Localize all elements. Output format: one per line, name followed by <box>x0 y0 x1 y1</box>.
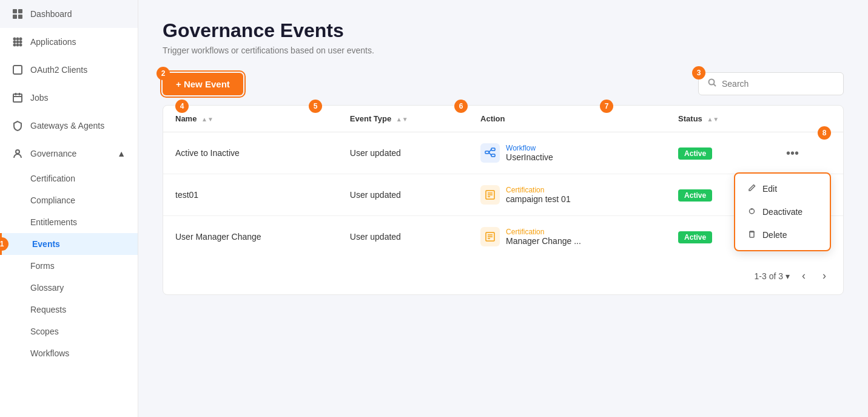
row3-action: Certification Manager Change ... <box>468 216 666 258</box>
col-status: Status ▲▼ <box>666 106 769 132</box>
calendar-icon <box>12 92 23 103</box>
context-menu-edit[interactable]: Edit <box>735 177 830 200</box>
badge-3: 3 <box>692 66 705 80</box>
svg-rect-0 <box>13 9 17 13</box>
search-icon <box>707 78 717 90</box>
svg-rect-21 <box>485 151 489 154</box>
svg-point-12 <box>19 44 22 47</box>
svg-point-10 <box>13 44 16 47</box>
sort-event-type-icon[interactable]: ▲▼ <box>396 117 408 123</box>
pencil-icon <box>747 183 756 194</box>
row1-status: Active <box>666 132 769 174</box>
col-event-type: Event Type ▲▼ <box>338 106 468 132</box>
badge-4: 4 <box>175 100 189 113</box>
apps-icon <box>12 36 23 47</box>
svg-rect-14 <box>13 94 22 102</box>
sidebar-item-applications[interactable]: Applications <box>0 28 138 56</box>
sidebar-item-compliance[interactable]: Compliance <box>0 189 138 211</box>
row3-name: User Manager Change <box>163 216 338 258</box>
svg-point-7 <box>13 41 16 44</box>
row2-name: test01 <box>163 174 338 216</box>
context-menu-delete[interactable]: Delete <box>735 223 830 246</box>
certification-icon-1 <box>480 185 500 205</box>
sidebar-item-entitlements[interactable]: Entitlements <box>0 211 138 233</box>
row2-action: Certification campaign test 01 <box>468 174 666 216</box>
sidebar-item-glossary[interactable]: Glossary <box>0 277 138 299</box>
row3-action-type: Certification <box>506 228 581 236</box>
sort-status-icon[interactable]: ▲▼ <box>707 117 719 123</box>
svg-point-19 <box>709 80 715 85</box>
svg-rect-23 <box>491 154 495 157</box>
svg-point-9 <box>19 41 22 44</box>
workflow-icon <box>480 143 500 163</box>
sidebar-item-workflows[interactable]: Workflows <box>0 342 138 364</box>
badge-5: 5 <box>309 100 322 113</box>
row2-action-label: Certification campaign test 01 <box>506 186 571 204</box>
row2-action-name: campaign test 01 <box>506 194 571 204</box>
square-icon <box>12 64 23 75</box>
badge-8: 8 <box>818 126 831 140</box>
trash-icon <box>747 229 756 240</box>
pagination-next-button[interactable]: › <box>818 267 831 285</box>
row3-action-label: Certification Manager Change ... <box>506 228 581 246</box>
sidebar-item-events[interactable]: Events1 <box>0 233 138 255</box>
sidebar: Dashboard Applications OAuth2 Clients Jo… <box>0 0 138 417</box>
sidebar-item-gateways-agents[interactable]: Gateways & Agents <box>0 112 138 140</box>
svg-rect-36 <box>750 232 754 237</box>
page-subtitle: Trigger workflows or certifications base… <box>163 46 844 55</box>
row1-event-type: User updated <box>338 132 468 174</box>
svg-line-24 <box>489 149 491 152</box>
sidebar-item-dashboard[interactable]: Dashboard <box>0 0 138 28</box>
search-input[interactable] <box>722 79 835 89</box>
chevron-up-icon: ▲ <box>117 149 126 158</box>
row2-event-type: User updated <box>338 174 468 216</box>
sort-name-icon[interactable]: ▲▼ <box>201 117 214 123</box>
chevron-down-icon[interactable]: ▾ <box>786 271 790 281</box>
col-action: Action <box>468 106 666 132</box>
badge-7: 7 <box>600 100 613 113</box>
sidebar-item-scopes[interactable]: Scopes <box>0 320 138 342</box>
sidebar-item-governance[interactable]: Governance ▲ <box>0 140 138 168</box>
sidebar-item-dashboard-label: Dashboard <box>30 9 72 19</box>
row1-action-type: Workflow <box>506 144 553 152</box>
row1-action-label: Workflow UserInactive <box>506 144 553 162</box>
col-actions-empty <box>769 106 843 132</box>
search-box <box>698 72 844 95</box>
sidebar-item-jobs[interactable]: Jobs <box>0 84 138 112</box>
svg-line-20 <box>714 84 716 87</box>
row1-more: 8 ••• <box>769 132 843 174</box>
row1-action-cell: Workflow UserInactive <box>480 143 654 163</box>
main-content: Governance Events Trigger workflows or c… <box>138 0 868 417</box>
sidebar-item-forms[interactable]: Forms <box>0 255 138 277</box>
new-event-button[interactable]: + New Event <box>163 73 243 95</box>
svg-rect-2 <box>13 15 17 19</box>
status-badge-3: Active <box>678 231 712 243</box>
svg-point-5 <box>16 38 19 41</box>
row3-event-type: User updated <box>338 216 468 258</box>
row1-name: Active to Inactive <box>163 132 338 174</box>
row3-action-cell: Certification Manager Change ... <box>480 227 654 246</box>
page-title: Governance Events <box>163 19 844 42</box>
status-badge-2: Active <box>678 189 712 202</box>
context-menu: Edit Deactivate Delete <box>734 172 831 251</box>
svg-point-6 <box>19 38 22 41</box>
table-header-row: Name ▲▼ Event Type ▲▼ Action Status ▲▼ <box>163 106 843 132</box>
sidebar-item-oauth2[interactable]: OAuth2 Clients <box>0 56 138 84</box>
sidebar-item-requests[interactable]: Requests <box>0 299 138 320</box>
svg-line-25 <box>489 152 491 155</box>
row1-more-button[interactable]: ••• <box>781 144 804 163</box>
svg-point-18 <box>16 150 19 154</box>
sidebar-item-governance-label: Governance <box>30 149 76 158</box>
governance-submenu: Certification Compliance Entitlements Ev… <box>0 168 138 364</box>
svg-rect-13 <box>13 66 22 74</box>
pagination-prev-button[interactable]: ‹ <box>797 267 810 285</box>
context-menu-deactivate[interactable]: Deactivate <box>735 200 830 223</box>
svg-point-8 <box>16 41 19 44</box>
sidebar-item-jobs-label: Jobs <box>30 93 49 103</box>
svg-point-11 <box>16 44 19 47</box>
pagination: 1-3 of 3 ▾ ‹ › <box>163 257 843 294</box>
sidebar-item-certification[interactable]: Certification <box>0 168 138 189</box>
svg-rect-22 <box>491 148 495 151</box>
toolbar: 2 + New Event 3 <box>163 72 844 95</box>
status-badge-1: Active <box>678 147 712 160</box>
